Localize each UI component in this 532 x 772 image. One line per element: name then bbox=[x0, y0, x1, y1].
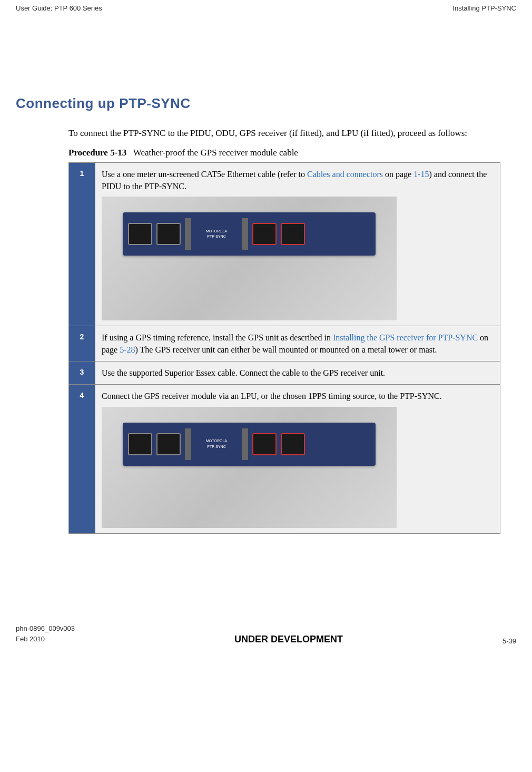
procedure-table: 1 Use a one meter un-screened CAT5e Ethe… bbox=[68, 162, 500, 534]
step-content: Use a one meter un-screened CAT5e Ethern… bbox=[95, 162, 500, 326]
step-text: If using a GPS timing reference, install… bbox=[102, 333, 333, 342]
step-text: Use a one meter un-screened CAT5e Ethern… bbox=[102, 170, 307, 179]
step-text: on page bbox=[383, 170, 413, 179]
procedure-desc: Weather-proof the GPS receiver module ca… bbox=[133, 148, 298, 158]
page-footer: phn-0896_009v003 Feb 2010 UNDER DEVELOPM… bbox=[0, 618, 532, 656]
step-number: 1 bbox=[69, 162, 95, 326]
hardware-photo-2: MOTOROLA PTP-SYNC bbox=[102, 407, 397, 528]
brand-label: MOTOROLA PTP-SYNC bbox=[195, 434, 238, 455]
brand-text: MOTOROLA bbox=[206, 438, 227, 444]
footer-left: phn-0896_009v003 Feb 2010 bbox=[16, 623, 75, 646]
page-number: 5-39 bbox=[503, 637, 516, 645]
divider-icon bbox=[242, 218, 248, 250]
table-row: 3 Use the supported Superior Essex cable… bbox=[69, 361, 500, 385]
port-icon bbox=[252, 223, 277, 245]
link-cables[interactable]: Cables and connectors bbox=[307, 170, 383, 179]
model-text: PTP-SYNC bbox=[207, 234, 225, 239]
main-content: Connecting up PTP-SYNC To connect the PT… bbox=[0, 16, 532, 534]
section-heading: Connecting up PTP-SYNC bbox=[16, 95, 516, 112]
brand-label: MOTOROLA PTP-SYNC bbox=[195, 223, 238, 245]
link-page-5-28[interactable]: 5-28 bbox=[120, 345, 135, 354]
doc-number: phn-0896_009v003 bbox=[16, 623, 75, 634]
step-content: Use the supported Superior Essex cable. … bbox=[95, 361, 500, 385]
step-text: ) The GPS receiver unit can either be wa… bbox=[135, 345, 437, 354]
link-page-1-15[interactable]: 1-15 bbox=[413, 170, 429, 179]
ptp-sync-device: MOTOROLA PTP-SYNC bbox=[123, 423, 376, 466]
model-text: PTP-SYNC bbox=[207, 444, 225, 449]
doc-date: Feb 2010 bbox=[16, 634, 75, 645]
port-icon bbox=[128, 433, 152, 455]
page-header: User Guide: PTP 600 Series Installing PT… bbox=[0, 0, 532, 16]
step-text: Connect the GPS receiver module via an L… bbox=[102, 392, 442, 400]
port-icon bbox=[281, 223, 305, 245]
port-icon bbox=[252, 433, 277, 455]
hardware-photo-1: MOTOROLA PTP-SYNC bbox=[102, 197, 397, 320]
step-content: If using a GPS timing reference, install… bbox=[95, 326, 500, 361]
step-number: 4 bbox=[69, 385, 95, 533]
brand-text: MOTOROLA bbox=[206, 229, 227, 234]
intro-paragraph: To connect the PTP-SYNC to the PIDU, ODU… bbox=[68, 126, 516, 140]
step-number: 2 bbox=[69, 326, 95, 361]
header-left: User Guide: PTP 600 Series bbox=[16, 4, 102, 12]
step-number: 3 bbox=[69, 361, 95, 385]
header-right: Installing PTP-SYNC bbox=[452, 4, 516, 12]
procedure-title: Procedure 5-13 Weather-proof the GPS rec… bbox=[68, 148, 516, 158]
port-icon bbox=[281, 433, 305, 455]
table-row: 2 If using a GPS timing reference, insta… bbox=[69, 326, 500, 361]
ptp-sync-device: MOTOROLA PTP-SYNC bbox=[123, 212, 376, 256]
divider-icon bbox=[242, 428, 248, 460]
divider-icon bbox=[185, 428, 191, 460]
footer-status: UNDER DEVELOPMENT bbox=[234, 634, 343, 645]
procedure-label: Procedure 5-13 bbox=[68, 148, 126, 158]
step-content: Connect the GPS receiver module via an L… bbox=[95, 385, 500, 533]
port-icon bbox=[128, 223, 152, 245]
port-icon bbox=[156, 433, 181, 455]
link-installing-gps[interactable]: Installing the GPS receiver for PTP-SYNC bbox=[333, 333, 478, 342]
divider-icon bbox=[185, 218, 191, 250]
port-icon bbox=[156, 223, 181, 245]
procedure-name bbox=[129, 148, 133, 158]
table-row: 1 Use a one meter un-screened CAT5e Ethe… bbox=[69, 162, 500, 326]
table-row: 4 Connect the GPS receiver module via an… bbox=[69, 385, 500, 533]
